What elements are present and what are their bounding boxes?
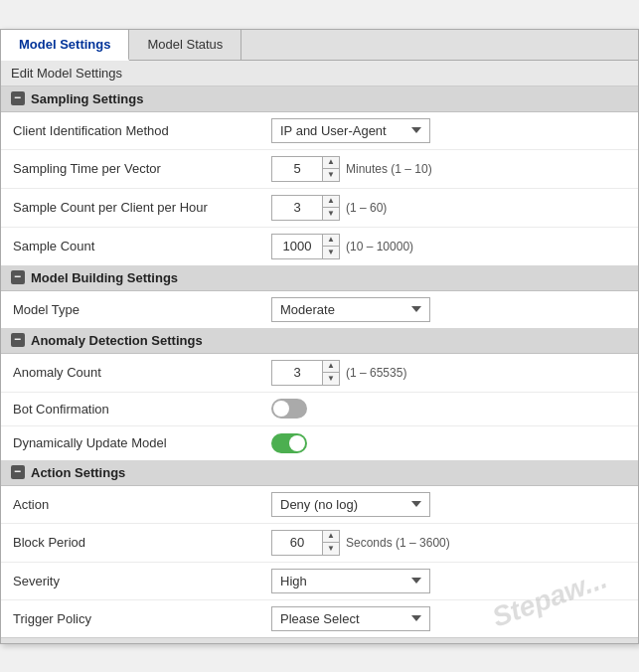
- dynamically-update-row: Dynamically Update Model: [1, 426, 638, 460]
- sample-count-per-client-spinner: ▲ ▼: [271, 195, 340, 221]
- trigger-policy-label: Trigger Policy: [13, 611, 271, 626]
- tab-model-status[interactable]: Model Status: [129, 30, 241, 60]
- sample-count-per-client-control: ▲ ▼ (1 – 60): [271, 195, 387, 221]
- block-period-up[interactable]: ▲: [323, 531, 339, 544]
- sampling-time-row: Sampling Time per Vector ▲ ▼ Minutes (1 …: [1, 150, 638, 189]
- client-id-method-control: IP and User-Agent IP Only User-Agent Onl…: [271, 118, 430, 143]
- sampling-section: Client Identification Method IP and User…: [1, 112, 638, 265]
- trigger-policy-control: Please Select: [271, 606, 430, 631]
- anomaly-section-title: Anomaly Detection Settings: [31, 333, 203, 348]
- block-period-spinner: ▲ ▼: [271, 530, 340, 556]
- bottom-bar: [1, 637, 638, 643]
- anomaly-count-btns: ▲ ▼: [322, 361, 339, 385]
- sample-count-hint: (10 – 10000): [346, 240, 413, 253]
- trigger-policy-dropdown[interactable]: Please Select: [271, 606, 430, 631]
- severity-label: Severity: [13, 574, 271, 588]
- sample-count-btns: ▲ ▼: [322, 235, 339, 258]
- sampling-section-header: Sampling Settings: [1, 86, 638, 112]
- trigger-policy-row: Trigger Policy Please Select: [1, 600, 638, 637]
- action-label: Action: [13, 497, 271, 512]
- client-id-method-label: Client Identification Method: [13, 123, 271, 138]
- sample-count-down[interactable]: ▼: [323, 247, 339, 258]
- model-type-dropdown[interactable]: Moderate Conservative Aggressive: [271, 297, 430, 322]
- model-building-section-header: Model Building Settings: [1, 265, 638, 291]
- anomaly-count-hint: (1 – 65535): [346, 366, 406, 380]
- bot-confirmation-toggle[interactable]: [271, 399, 307, 419]
- model-type-row: Model Type Moderate Conservative Aggress…: [1, 291, 638, 328]
- sample-count-per-client-input[interactable]: [272, 196, 322, 220]
- model-type-control: Moderate Conservative Aggressive: [271, 297, 430, 322]
- anomaly-section-header: Anomaly Detection Settings: [1, 328, 638, 354]
- sample-count-per-client-btns: ▲ ▼: [322, 196, 339, 220]
- anomaly-section: Anomaly Count ▲ ▼ (1 – 65535) Bot Confir…: [1, 354, 638, 460]
- sampling-time-hint: Minutes (1 – 10): [346, 162, 432, 176]
- severity-row: Severity High Medium Low Critical: [1, 563, 638, 600]
- sample-count-per-client-hint: (1 – 60): [346, 201, 387, 215]
- model-building-section: Model Type Moderate Conservative Aggress…: [1, 291, 638, 328]
- sampling-time-input[interactable]: [272, 157, 322, 181]
- action-collapse-icon[interactable]: [11, 465, 25, 479]
- edit-bar-label: Edit Model Settings: [1, 61, 638, 86]
- severity-control: High Medium Low Critical: [271, 569, 430, 593]
- anomaly-count-down[interactable]: ▼: [323, 373, 339, 385]
- sampling-section-title: Sampling Settings: [31, 91, 143, 106]
- bot-confirmation-label: Bot Confirmation: [13, 402, 271, 417]
- dynamically-update-slider: [271, 433, 307, 453]
- anomaly-count-spinner: ▲ ▼: [271, 360, 340, 386]
- client-id-method-dropdown[interactable]: IP and User-Agent IP Only User-Agent Onl…: [271, 118, 430, 143]
- sampling-time-spinner-btns: ▲ ▼: [322, 157, 339, 181]
- anomaly-count-row: Anomaly Count ▲ ▼ (1 – 65535): [1, 354, 638, 393]
- dynamically-update-label: Dynamically Update Model: [13, 435, 271, 450]
- sample-count-row: Sample Count ▲ ▼ (10 – 10000): [1, 228, 638, 265]
- sample-count-per-client-down[interactable]: ▼: [323, 208, 339, 220]
- bot-confirmation-slider: [271, 399, 307, 419]
- anomaly-count-up[interactable]: ▲: [323, 361, 339, 374]
- sampling-time-up[interactable]: ▲: [323, 157, 339, 170]
- client-id-method-row: Client Identification Method IP and User…: [1, 112, 638, 150]
- dynamically-update-toggle[interactable]: [271, 433, 307, 453]
- bot-confirmation-control: [271, 399, 307, 419]
- collapse-icon[interactable]: [11, 91, 25, 105]
- tab-bar: Model Settings Model Status: [1, 30, 638, 61]
- anomaly-count-label: Anomaly Count: [13, 365, 271, 380]
- action-section: Action Deny (no log) Deny (log) Allow Mo…: [1, 486, 638, 637]
- sampling-time-spinner: ▲ ▼: [271, 156, 340, 182]
- model-building-section-title: Model Building Settings: [31, 270, 178, 285]
- sample-count-input[interactable]: [272, 235, 322, 258]
- block-period-btns: ▲ ▼: [322, 531, 339, 555]
- block-period-down[interactable]: ▼: [323, 543, 339, 555]
- tab-model-settings[interactable]: Model Settings: [1, 30, 129, 61]
- anomaly-collapse-icon[interactable]: [11, 333, 25, 347]
- dynamically-update-control: [271, 433, 307, 453]
- model-type-label: Model Type: [13, 302, 271, 317]
- action-section-header: Action Settings: [1, 460, 638, 486]
- action-dropdown[interactable]: Deny (no log) Deny (log) Allow Monitor: [271, 492, 430, 517]
- action-row: Action Deny (no log) Deny (log) Allow Mo…: [1, 486, 638, 524]
- block-period-input[interactable]: [272, 531, 322, 555]
- sample-count-control: ▲ ▼ (10 – 10000): [271, 234, 413, 259]
- action-section-title: Action Settings: [31, 465, 125, 480]
- block-period-row: Block Period ▲ ▼ Seconds (1 – 3600): [1, 524, 638, 563]
- action-control: Deny (no log) Deny (log) Allow Monitor: [271, 492, 430, 517]
- anomaly-count-input[interactable]: [272, 361, 322, 385]
- sample-count-per-client-label: Sample Count per Client per Hour: [13, 200, 271, 215]
- sampling-time-label: Sampling Time per Vector: [13, 161, 271, 176]
- model-building-collapse-icon[interactable]: [11, 270, 25, 284]
- block-period-hint: Seconds (1 – 3600): [346, 536, 450, 550]
- sample-count-spinner: ▲ ▼: [271, 234, 340, 259]
- sample-count-up[interactable]: ▲: [323, 235, 339, 248]
- sample-count-per-client-row: Sample Count per Client per Hour ▲ ▼ (1 …: [1, 189, 638, 228]
- sampling-time-down[interactable]: ▼: [323, 169, 339, 181]
- sampling-time-control: ▲ ▼ Minutes (1 – 10): [271, 156, 432, 182]
- sample-count-per-client-up[interactable]: ▲: [323, 196, 339, 209]
- sample-count-label: Sample Count: [13, 239, 271, 253]
- block-period-control: ▲ ▼ Seconds (1 – 3600): [271, 530, 450, 556]
- severity-dropdown[interactable]: High Medium Low Critical: [271, 569, 430, 593]
- anomaly-count-control: ▲ ▼ (1 – 65535): [271, 360, 406, 386]
- block-period-label: Block Period: [13, 535, 271, 550]
- bot-confirmation-row: Bot Confirmation: [1, 393, 638, 426]
